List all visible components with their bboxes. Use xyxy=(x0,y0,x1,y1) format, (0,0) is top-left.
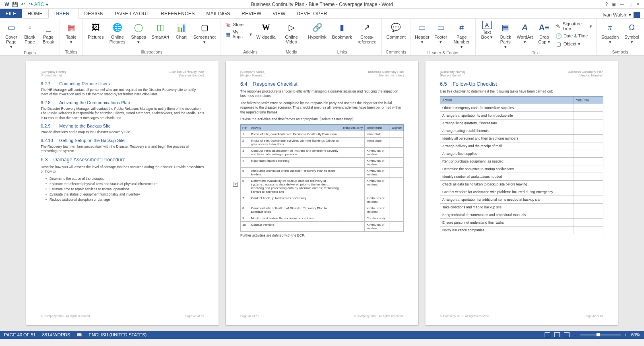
tab-file[interactable]: FILE xyxy=(0,9,22,18)
header-button[interactable]: ▭Header▾ xyxy=(414,20,430,45)
group-label-media: Media xyxy=(286,49,297,54)
table-button[interactable]: ▦Table▾ xyxy=(63,20,79,45)
table-row[interactable]: 3Conduct initial assessment of incident … xyxy=(241,147,404,157)
table-row[interactable]: Take directions and map to backup site xyxy=(440,204,603,211)
smartart-button[interactable]: ◫SmartArt xyxy=(150,20,171,40)
bookmark-button[interactable]: ▮Bookmark xyxy=(330,20,354,40)
table-row[interactable]: 9Monitor and review the recovery procedu… xyxy=(241,215,404,221)
wikipedia-button[interactable]: WWikipedia xyxy=(255,20,277,40)
tab-design[interactable]: DESIGN xyxy=(78,9,109,18)
tab-mailings[interactable]: MAILINGS xyxy=(200,9,236,18)
read-mode-button[interactable] xyxy=(545,332,550,337)
date-time-button[interactable]: 🕐Date & Time xyxy=(555,32,593,39)
undo-button[interactable]: ↶ xyxy=(19,1,27,8)
table-row[interactable]: Identify number of workstations needed xyxy=(440,173,603,181)
table-row[interactable]: Check all data being taken to backup sit… xyxy=(440,181,603,188)
body-text: The HR Manager will contact all personne… xyxy=(41,88,204,97)
signature-line-button[interactable]: ✎Signature Line ▾ xyxy=(555,21,593,31)
page-40[interactable]: [Company Name][Project Name] Business Co… xyxy=(26,61,219,325)
table-row[interactable]: Arrange delivery and the receipt of mail xyxy=(440,142,603,150)
online-pictures-button[interactable]: 🌐OnlinePictures xyxy=(108,20,127,45)
table-row[interactable]: 8Communicate activation of Disaster Reco… xyxy=(241,205,404,215)
table-move-handle[interactable]: ✥ xyxy=(233,182,238,187)
table-row[interactable]: Identify all personnel and their telepho… xyxy=(440,135,603,142)
ribbon-options-button[interactable]: ▣ xyxy=(612,2,616,7)
table-row[interactable]: Contact vendors for assistance with prob… xyxy=(440,188,603,196)
table-row[interactable]: 10Contact vendorsX minutes of incident xyxy=(241,221,404,231)
object-button[interactable]: ▢Object ▾ xyxy=(555,40,593,47)
table-row[interactable]: Arrange living quarters, if necessary xyxy=(440,119,603,127)
table-row[interactable]: Bring technical documentation and proced… xyxy=(440,211,603,219)
screenshot-button[interactable]: ▢Screenshot▾ xyxy=(192,20,217,45)
footer-button[interactable]: ▭Footer▾ xyxy=(433,20,449,45)
table-row[interactable]: 1If loss of site, coordinate with Busine… xyxy=(241,131,404,137)
table-row[interactable]: Arrange transportation to and from backu… xyxy=(440,112,603,119)
table-row[interactable]: Arrange transportation for additional it… xyxy=(440,196,603,204)
tab-page-layout[interactable]: PAGE LAYOUT xyxy=(109,9,155,18)
cross-reference-button[interactable]: ↗Cross-reference xyxy=(356,20,378,45)
table-row[interactable]: Ensure personnel understand their tasks xyxy=(440,219,603,227)
help-button[interactable]: ? xyxy=(605,2,608,7)
response-checklist-table[interactable]: RefActivityResponsibilityTimeframeSignof… xyxy=(240,124,404,232)
page-break-button[interactable]: ⎯PageBreak xyxy=(40,20,56,45)
zoom-level[interactable]: 60% xyxy=(631,332,640,337)
language-indicator[interactable]: ENGLISH (UNITED STATES) xyxy=(89,332,147,337)
online-video-button[interactable]: ▷OnlineVideo xyxy=(283,20,299,45)
table-row[interactable]: 2If loss of site, coordinate activities … xyxy=(241,137,404,147)
table-row[interactable]: 4Hold team leaders meetingX minutes of i… xyxy=(241,157,404,167)
zoom-slider[interactable] xyxy=(580,334,621,336)
save-button[interactable]: 💾 xyxy=(11,1,19,8)
table-row[interactable]: 5Announce activation of the Disaster Rec… xyxy=(241,167,404,177)
table-row[interactable]: 7Contact back up facilities as necessary… xyxy=(241,195,404,205)
table-row[interactable]: Obtain emergency cash for immediate supp… xyxy=(440,104,603,112)
customize-qat-button[interactable]: ▾ xyxy=(43,1,51,8)
tab-review[interactable]: REVIEW xyxy=(236,9,267,18)
heading-628: 6.2.8Activating the Communications Plan xyxy=(41,100,204,105)
maximize-button[interactable]: ▢ xyxy=(628,2,632,7)
equation-button[interactable]: πEquation▾ xyxy=(600,20,620,45)
spelling-button[interactable]: ABC xyxy=(35,1,43,8)
table-row[interactable]: 6Determine availability of: backup data … xyxy=(241,177,404,195)
page-indicator[interactable]: PAGE 40 OF 51 xyxy=(4,332,36,337)
tab-insert[interactable]: INSERT xyxy=(48,9,79,19)
word-count[interactable]: 8814 WORDS xyxy=(42,332,70,337)
pictures-button[interactable]: 🖼Pictures xyxy=(86,20,105,40)
text-box-button[interactable]: ATextBox ▾ xyxy=(479,20,495,40)
symbol-button[interactable]: ΩSymbol▾ xyxy=(623,20,641,45)
page-42[interactable]: [Company Name][Project Name] Business Co… xyxy=(425,61,618,325)
hyperlink-button[interactable]: 🔗Hyperlink xyxy=(306,20,328,40)
minimize-button[interactable]: — xyxy=(620,2,624,7)
store-button[interactable]: 🛍Store xyxy=(224,21,253,28)
table-row[interactable]: Rent or purchase equipment, as needed xyxy=(440,158,603,165)
proofing-icon[interactable]: 📖 xyxy=(76,332,82,338)
web-layout-button[interactable] xyxy=(564,332,570,337)
redo-button[interactable]: ↷ xyxy=(27,1,35,8)
zoom-out-button[interactable]: − xyxy=(574,332,576,337)
followup-checklist-table[interactable]: ActionYes / No Obtain emergency cash for… xyxy=(440,96,603,234)
cover-page-button[interactable]: ▭CoverPage ▾ xyxy=(3,20,19,50)
drop-cap-button[interactable]: A≡DropCap ▾ xyxy=(536,20,552,45)
tab-view[interactable]: VIEW xyxy=(267,9,291,18)
table-row[interactable]: Determine the sequence to startup applic… xyxy=(440,165,603,173)
page-number-button[interactable]: #PageNumber ▾ xyxy=(451,20,472,50)
comment-button[interactable]: 💬Comment xyxy=(385,20,407,40)
close-button[interactable]: ✕ xyxy=(636,2,640,7)
my-apps-button[interactable]: ▦My Apps ▾ xyxy=(224,29,253,39)
zoom-in-button[interactable]: + xyxy=(625,332,627,337)
quick-parts-button[interactable]: ▤QuickParts ▾ xyxy=(497,20,514,50)
document-canvas[interactable]: [Company Name][Project Name] Business Co… xyxy=(0,56,644,331)
table-row[interactable]: Arrange office supplies xyxy=(440,150,603,158)
table-row[interactable]: Arrange eating establishments xyxy=(440,127,603,135)
tab-developer[interactable]: DEVELOPER xyxy=(291,9,333,18)
table-row[interactable]: Notify insurance companies xyxy=(440,227,603,234)
tab-home[interactable]: HOME xyxy=(22,9,48,18)
user-area[interactable]: Ivan Walsh▾ xyxy=(603,12,644,18)
chart-button[interactable]: 📊Chart xyxy=(173,20,189,40)
shapes-button[interactable]: ◯Shapes▾ xyxy=(130,20,148,45)
blank-page-button[interactable]: ▫BlankPage xyxy=(22,20,38,45)
wordart-button[interactable]: AWordArt▾ xyxy=(516,20,534,45)
tab-references[interactable]: REFERENCES xyxy=(155,9,200,18)
page-41[interactable]: ✥ [Company Name][Project Name] Business … xyxy=(226,61,418,325)
user-avatar xyxy=(634,12,640,18)
print-layout-button[interactable] xyxy=(554,332,560,337)
